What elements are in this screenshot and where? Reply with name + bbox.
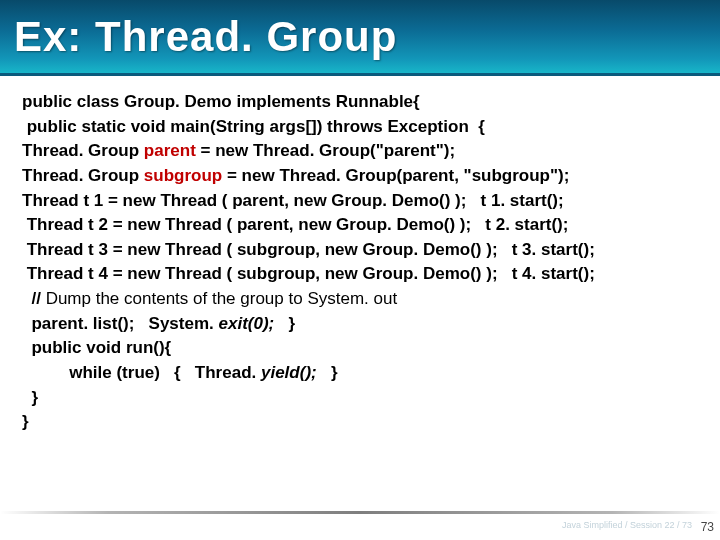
code-line: Thread t 3 = new Thread ( subgroup, new … [22, 238, 700, 263]
code-block: public class Group. Demo implements Runn… [0, 76, 720, 435]
code-line: public class Group. Demo implements Runn… [22, 90, 700, 115]
footer-credit: Java Simplified / Session 22 / 73 [562, 520, 692, 530]
code-line: public static void main(String args[]) t… [22, 115, 700, 140]
page-number: 73 [701, 520, 714, 534]
code-line: parent. list(); System. exit(0); } [22, 312, 700, 337]
code-line: Thread. Group parent = new Thread. Group… [22, 139, 700, 164]
code-line: public void run(){ [22, 336, 700, 361]
code-line: Thread t 1 = new Thread ( parent, new Gr… [22, 189, 700, 214]
title-bar: Ex: Thread. Group [0, 0, 720, 76]
code-line: } [22, 386, 700, 411]
slide-title: Ex: Thread. Group [14, 13, 397, 61]
code-line: } [22, 410, 700, 435]
footer-divider [0, 511, 720, 514]
code-line: while (true) { Thread. yield(); } [22, 361, 700, 386]
code-line: Thread t 4 = new Thread ( subgroup, new … [22, 262, 700, 287]
code-line: Thread. Group subgroup = new Thread. Gro… [22, 164, 700, 189]
code-line: // Dump the contents of the group to Sys… [22, 287, 700, 312]
code-line: Thread t 2 = new Thread ( parent, new Gr… [22, 213, 700, 238]
